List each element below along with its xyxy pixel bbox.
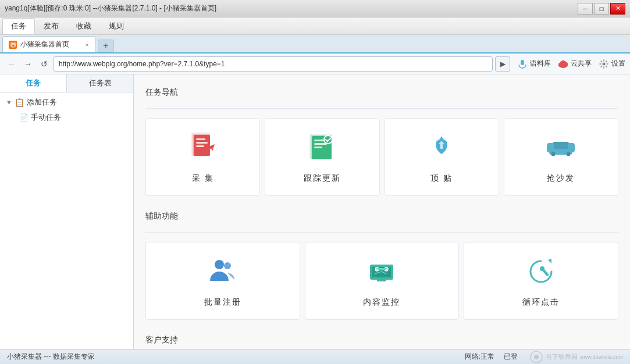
collect-label: 采 集: [192, 173, 214, 184]
nav-card-top[interactable]: 顶 贴: [385, 118, 499, 196]
sidebar-tab-task[interactable]: 任务: [0, 74, 67, 92]
svg-rect-24: [551, 152, 555, 156]
cloud-icon: [558, 59, 568, 69]
batch-reg-icon: [207, 254, 239, 291]
cloud-share-button[interactable]: 云共享: [558, 59, 592, 69]
login-status: 已登: [504, 352, 518, 362]
watermark-url: www.downxia.com: [580, 354, 623, 360]
yuliaku-label: 语料库: [530, 59, 551, 69]
status-bar-right: 网络:正常 已登: [465, 352, 518, 362]
file-icon: 📄: [20, 113, 29, 122]
collect-icon: [187, 130, 219, 167]
go-button[interactable]: ▶: [495, 56, 510, 72]
svg-rect-22: [547, 143, 554, 152]
nav-card-batch-reg[interactable]: 批量注册: [145, 242, 300, 320]
maximize-button[interactable]: □: [594, 3, 609, 15]
svg-point-5: [560, 60, 566, 65]
gear-icon: [599, 59, 609, 69]
svg-rect-18: [314, 147, 322, 148]
track-icon: [306, 130, 339, 167]
svg-rect-25: [567, 152, 570, 156]
svg-point-50: [534, 355, 539, 359]
svg-point-36: [540, 266, 544, 271]
app-name-status: 小猪采集器 --- 数据采集专家: [7, 352, 95, 361]
minimize-button[interactable]: ─: [578, 3, 593, 15]
address-input[interactable]: [54, 56, 493, 72]
section-title-task-nav: 任务导航: [145, 84, 618, 101]
section-title-support: 客户支持: [145, 331, 618, 349]
settings-label: 设置: [611, 59, 625, 69]
loop-click-icon: [525, 254, 557, 291]
batch-reg-label: 批量注册: [204, 297, 241, 308]
tree-item-manual-task[interactable]: 📄 手动任务: [2, 110, 131, 125]
nav-card-track[interactable]: 跟踪更新: [265, 118, 379, 196]
sofa-label: 抢沙发: [547, 173, 575, 184]
toolbar-actions: 语料库 云共享 设置: [517, 59, 625, 69]
tab-favicon: 🐷: [9, 41, 17, 49]
svg-point-6: [603, 62, 606, 65]
monitor-label: 内容监控: [363, 297, 400, 308]
sidebar: 任务 任务表 ▼ 📋 添加任务 📄 手动任务: [0, 74, 134, 349]
tree-label-add-task: 添加任务: [27, 97, 57, 108]
section-sep-1: [145, 108, 618, 109]
sidebar-header: 任务 任务表: [0, 74, 133, 92]
svg-rect-10: [196, 138, 205, 140]
section-sep-2: [145, 232, 618, 233]
sidebar-tab-tasklist[interactable]: 任务表: [67, 74, 133, 92]
nav-card-loop-click[interactable]: 循环点击: [464, 242, 618, 320]
track-label: 跟踪更新: [304, 173, 341, 184]
svg-rect-0: [521, 60, 524, 65]
settings-button[interactable]: 设置: [599, 59, 625, 69]
main-layout: 任务 任务表 ▼ 📋 添加任务 📄 手动任务 任务导航: [0, 74, 630, 349]
nav-card-collect[interactable]: 采 集: [145, 118, 260, 196]
loop-click-label: 循环点击: [522, 297, 560, 308]
sofa-icon: [544, 130, 577, 167]
section-title-aux: 辅助功能: [145, 208, 618, 225]
microphone-icon: [517, 59, 528, 69]
new-tab-button[interactable]: +: [98, 40, 114, 52]
menu-item-rule[interactable]: 规则: [100, 18, 133, 34]
svg-point-31: [376, 269, 378, 270]
tree-label-manual-task: 手动任务: [31, 112, 61, 123]
content-inner: 任务导航: [134, 74, 630, 349]
close-button[interactable]: ✕: [610, 3, 625, 15]
back-button[interactable]: ←: [5, 57, 19, 71]
menu-item-collect[interactable]: 收藏: [67, 18, 100, 34]
svg-rect-16: [314, 140, 325, 141]
forward-button[interactable]: →: [21, 57, 35, 71]
watermark-text: 当下软件园: [546, 352, 578, 361]
svg-point-33: [386, 269, 387, 270]
svg-rect-17: [314, 143, 327, 145]
svg-rect-34: [378, 268, 385, 270]
tab-label: 小猪采集器首页: [20, 40, 69, 49]
top-icon: [425, 130, 458, 167]
tree-item-add-task[interactable]: ▼ 📋 添加任务: [2, 95, 131, 110]
top-label: 顶 贴: [430, 173, 453, 184]
browser-tab-home[interactable]: 🐷 小猪采集器首页 ×: [2, 36, 95, 52]
status-bar: 小猪采集器 --- 数据采集专家 网络:正常 已登 当下软件园 www.down…: [0, 349, 630, 364]
svg-rect-11: [196, 142, 208, 144]
svg-point-26: [215, 260, 224, 269]
svg-rect-21: [553, 142, 569, 149]
window-controls: ─ □ ✕: [578, 3, 625, 15]
folder-icon: 📋: [15, 98, 24, 107]
nav-card-monitor[interactable]: 内容监控: [305, 242, 460, 320]
monitor-icon: [365, 254, 398, 291]
content-area: 任务导航: [134, 74, 630, 349]
address-bar: ← → ↺ ▶ 语料库 云共享: [0, 53, 630, 74]
yuliaku-button[interactable]: 语料库: [517, 59, 551, 69]
task-nav-grid: 采 集: [145, 118, 618, 196]
svg-rect-23: [568, 143, 575, 152]
network-status: 网络:正常: [465, 352, 494, 362]
svg-rect-35: [377, 280, 386, 281]
menu-item-publish[interactable]: 发布: [35, 18, 67, 34]
refresh-button[interactable]: ↺: [37, 57, 51, 71]
title-bar: yang1q[体验][预存:0 珠米:0] --小猪采集器[2.7.1.0] -…: [0, 0, 630, 17]
tab-close-button[interactable]: ×: [86, 41, 89, 48]
sidebar-tree: ▼ 📋 添加任务 📄 手动任务: [0, 92, 133, 127]
status-bar-left: 小猪采集器 --- 数据采集专家: [7, 352, 453, 362]
menu-item-task[interactable]: 任务: [2, 18, 35, 34]
title-text: yang1q[体验][预存:0 珠米:0] --小猪采集器[2.7.1.0] -…: [5, 3, 578, 13]
nav-card-sofa[interactable]: 抢沙发: [504, 118, 618, 196]
aux-func-grid: 批量注册: [145, 242, 618, 320]
